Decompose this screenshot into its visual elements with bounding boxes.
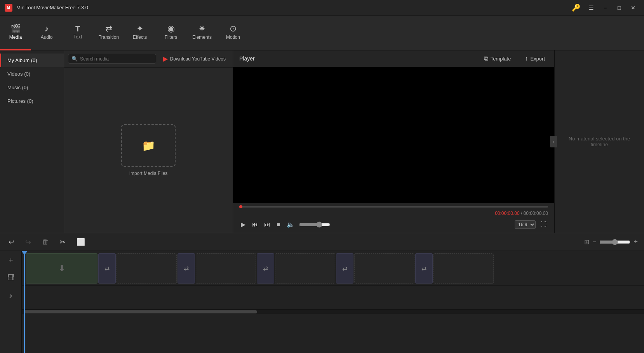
player-controls: ▶ ⏮ ⏭ ■ 🔈 16:9 9:16 1:1 4:3 ⛶ (239, 219, 548, 230)
zoom-in-button[interactable]: + (634, 238, 638, 246)
player-title: Player (239, 55, 473, 62)
skip-forward-button[interactable]: ⏭ (263, 220, 272, 230)
volume-button[interactable]: 🔈 (285, 219, 296, 230)
effects-icon: ✦ (136, 24, 143, 33)
add-media-track-button[interactable]: ＋ (0, 251, 21, 269)
motion-icon: ⊙ (230, 24, 237, 33)
time-separator: / (521, 211, 524, 216)
video-track-icon: 🎞 (7, 274, 14, 282)
key-icon[interactable]: 🔑 (572, 3, 580, 12)
timeline-transition-4[interactable]: ⇄ (336, 253, 353, 284)
video-preview (233, 67, 554, 203)
audio-track-row (22, 286, 644, 309)
youtube-download-button[interactable]: ▶ Download YouTube Videos (160, 54, 229, 64)
toolbar-text-label: Text (73, 34, 82, 40)
toolbar-item-media[interactable]: 🎬 Media (0, 16, 31, 50)
timeline-clip-3[interactable] (275, 253, 335, 284)
media-toolbar: 🔍 ▶ Download YouTube Videos (64, 50, 233, 67)
properties-collapse-button[interactable]: › (550, 136, 557, 147)
timeline-tracks: ⬇ ⇄ ⇄ ⇄ (22, 251, 644, 353)
sidebar-item-videos[interactable]: Videos (0) (0, 67, 64, 81)
timeline-scrollbar[interactable] (22, 309, 644, 314)
timeline-transition-2[interactable]: ⇄ (178, 253, 195, 284)
fullscreen-button[interactable]: ⛶ (539, 220, 548, 230)
timeline-clip-2[interactable] (196, 253, 256, 284)
timeline-clip-5[interactable] (433, 253, 494, 284)
search-box[interactable]: 🔍 (68, 54, 156, 64)
toolbar-filters-label: Filters (165, 35, 178, 40)
toolbar-item-filters[interactable]: ◉ Filters (155, 16, 186, 50)
undo-button[interactable]: ↩ (6, 236, 17, 248)
crop-button[interactable]: ⬜ (74, 236, 87, 248)
main-content: My Album (0) Videos (0) Music (0) Pictur… (0, 50, 644, 233)
export-button[interactable]: ↑ Export (522, 54, 548, 64)
toolbar-item-text[interactable]: T Text (62, 16, 93, 50)
progress-bar[interactable] (239, 206, 548, 208)
aspect-ratio-select[interactable]: 16:9 9:16 1:1 4:3 (515, 220, 536, 229)
transition-5-icon: ⇄ (421, 265, 426, 272)
transition-3-icon: ⇄ (263, 265, 268, 272)
stop-button[interactable]: ■ (275, 220, 282, 230)
sidebar-item-pictures[interactable]: Pictures (0) (0, 94, 64, 108)
toolbar-item-effects[interactable]: ✦ Effects (124, 16, 155, 50)
timeline-scrollbar-thumb[interactable] (24, 310, 257, 313)
youtube-icon: ▶ (163, 55, 168, 62)
titlebar: M MiniTool MovieMaker Free 7.3.0 🔑 ☰ − □… (0, 0, 644, 16)
toolbar-item-motion[interactable]: ⊙ Motion (218, 16, 249, 50)
timeline-transition-3[interactable]: ⇄ (257, 253, 274, 284)
export-label: Export (530, 56, 545, 62)
transition-icon: ⇄ (105, 24, 112, 33)
fit-timeline-button[interactable]: ⊞ (584, 238, 589, 246)
maximize-button[interactable]: □ (613, 2, 625, 13)
toolbar-audio-label: Audio (41, 35, 53, 40)
sidebar-item-music[interactable]: Music (0) (0, 81, 64, 94)
right-panel: Player ⧉ Template ↑ Export (233, 50, 644, 233)
player-timeline: 00:00:00.00 / 00:00:00.00 ▶ ⏮ ⏭ ■ 🔈 16:9 (233, 203, 554, 233)
template-button[interactable]: ⧉ Template (481, 54, 514, 64)
toolbar-elements-label: Elements (192, 35, 212, 40)
youtube-download-label: Download YouTube Videos (170, 56, 226, 62)
app-icon-letter: M (7, 5, 10, 10)
search-icon: 🔍 (71, 56, 78, 62)
skip-back-button[interactable]: ⏮ (250, 220, 259, 230)
template-icon: ⧉ (484, 55, 488, 62)
toolbar-item-transition[interactable]: ⇄ Transition (93, 16, 124, 50)
timeline-clip-1[interactable] (117, 253, 177, 284)
zoom-out-button[interactable]: − (592, 238, 597, 246)
window-controls: ☰ − □ ✕ (585, 2, 639, 13)
import-media-box[interactable]: 📁 (121, 124, 176, 167)
audio-track-icon-button[interactable]: ♪ (0, 287, 21, 305)
timeline-content: ＋ 🎞 ♪ ⬇ ⇄ (0, 251, 644, 353)
toolbar-item-elements[interactable]: ✷ Elements (186, 16, 218, 50)
left-panel: My Album (0) Videos (0) Music (0) Pictur… (0, 50, 233, 233)
play-button[interactable]: ▶ (239, 219, 247, 230)
video-track-icon-button[interactable]: 🎞 (0, 269, 21, 287)
timeline-toolbar: ↩ ↪ 🗑 ✂ ⬜ ⊞ − + (0, 233, 644, 251)
redo-button[interactable]: ↪ (23, 236, 33, 248)
minimize-button[interactable]: − (599, 2, 611, 13)
delete-button[interactable]: 🗑 (40, 236, 51, 247)
timeline-clip-4[interactable] (354, 253, 414, 284)
timeline-transition-5[interactable]: ⇄ (415, 253, 433, 284)
volume-slider[interactable] (299, 221, 330, 228)
app-title: MiniTool MovieMaker Free 7.3.0 (16, 5, 572, 10)
timeline-transition-1[interactable]: ⇄ (98, 253, 116, 284)
split-button[interactable]: ✂ (57, 236, 68, 248)
text-icon: T (75, 25, 80, 33)
timeline-clip-main[interactable]: ⬇ (26, 253, 97, 284)
playhead-triangle (22, 251, 28, 255)
transition-1-icon: ⇄ (104, 265, 110, 272)
zoom-controls: ⊞ − + (584, 238, 638, 246)
playhead (24, 251, 25, 353)
sidebar-item-my-album[interactable]: My Album (0) (0, 54, 64, 67)
media-icon: 🎬 (10, 24, 21, 33)
close-button[interactable]: ✕ (627, 2, 639, 13)
filters-icon: ◉ (167, 24, 175, 33)
menu-button[interactable]: ☰ (585, 2, 597, 13)
zoom-slider[interactable] (599, 239, 630, 245)
search-input[interactable] (80, 56, 153, 62)
no-material-text: No material selected on the timeline (555, 128, 644, 155)
audio-track-icon: ♪ (9, 292, 12, 300)
sidebar-music-label: Music (0) (7, 85, 28, 90)
toolbar-item-audio[interactable]: ♪ Audio (31, 16, 62, 50)
